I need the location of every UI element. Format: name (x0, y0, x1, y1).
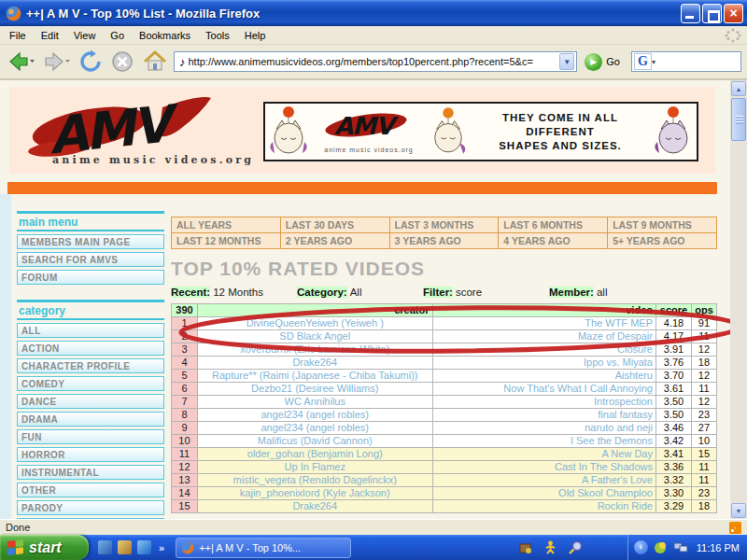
category-item-character-profile[interactable]: CHARACTER PROFILE (17, 358, 164, 373)
category-item-comedy[interactable]: COMEDY (17, 376, 164, 391)
quicklaunch-overflow-icon[interactable]: » (159, 542, 164, 553)
google-search-input[interactable] (655, 55, 740, 69)
cell-creator[interactable]: mistic_vegeta (Renaldo Dagelinckx) (197, 474, 432, 487)
google-search-box[interactable]: G ▾ (631, 51, 741, 72)
cell-creator[interactable]: Up In Flamez (197, 461, 432, 474)
url-bar[interactable]: ♪ ▼ (174, 51, 577, 72)
cell-creator[interactable]: WC Annihilus (197, 396, 432, 409)
search-magnifier-icon[interactable] (569, 540, 584, 554)
tray-messenger-icon[interactable] (654, 540, 668, 554)
time-filter-last-3-months[interactable]: LAST 3 MONTHS (389, 217, 499, 233)
cell-video[interactable]: I See the Demons (432, 435, 655, 448)
cell-video[interactable]: Maze of Despair (432, 330, 655, 343)
cell-creator[interactable]: Rapture** (Raimi (Japanese - Chiba Takum… (197, 370, 432, 383)
category-item-action[interactable]: ACTION (17, 341, 164, 356)
scroll-down-button[interactable]: ▼ (731, 503, 746, 518)
cell-video[interactable]: Now That's What I Call Annoying (432, 383, 655, 396)
tray-collapse-icon[interactable]: ‹ (634, 540, 648, 554)
sidebar-item-search-for-amvs[interactable]: SEARCH FOR AMVS (17, 252, 164, 267)
time-filter-last-30-days[interactable]: LAST 30 DAYS (280, 217, 389, 233)
menu-view[interactable]: View (66, 27, 104, 44)
cell-creator[interactable]: Drake264 (197, 357, 432, 370)
category-item-romance[interactable]: ROMANCE (17, 518, 164, 519)
time-filter-5+-years-ago[interactable]: 5+ YEARS AGO (608, 233, 717, 249)
cell-creator[interactable]: angel234 (angel robles) (197, 422, 432, 435)
category-item-parody[interactable]: PARODY (17, 500, 164, 515)
time-filter-last-6-months[interactable]: LAST 6 MONTHS (499, 217, 608, 233)
sidebar-item-forum[interactable]: FORUM (17, 270, 164, 285)
tray-network-icon[interactable] (673, 541, 688, 554)
home-button[interactable] (140, 48, 170, 76)
quicklaunch-icon-3[interactable] (137, 540, 151, 554)
cell-creator[interactable]: Dezbo21 (Desiree Williams) (197, 383, 432, 396)
reload-button[interactable] (77, 48, 105, 76)
amv-logo[interactable]: AMV anime music videos.org (22, 91, 256, 171)
cell-creator[interactable]: angel234 (angel robles) (197, 409, 432, 422)
menu-file[interactable]: File (2, 27, 34, 44)
cell-creator[interactable]: kajin_phoenixlord (Kyle Jackson) (197, 487, 432, 500)
quicklaunch-icon-1[interactable] (98, 540, 112, 554)
category-item-all[interactable]: ALL (17, 323, 164, 338)
time-filter-all-years[interactable]: ALL YEARS (172, 217, 281, 233)
category-item-instrumental[interactable]: INSTRUMENTAL (17, 465, 164, 480)
cell-video[interactable]: Cast In The Shadows (432, 461, 655, 474)
package-icon[interactable] (518, 540, 532, 554)
go-label[interactable]: Go (606, 56, 620, 67)
col-header-video[interactable]: video (432, 304, 655, 317)
time-filter-3-years-ago[interactable]: 3 YEARS AGO (389, 233, 499, 249)
time-filter-4-years-ago[interactable]: 4 YEARS AGO (499, 233, 608, 249)
menu-bookmarks[interactable]: Bookmarks (132, 27, 198, 44)
start-button[interactable]: start (0, 535, 89, 560)
menu-tools[interactable]: Tools (198, 27, 237, 44)
cell-creator[interactable]: DivineQueenYeiweh (Yeiweh ) (197, 317, 432, 330)
cell-video[interactable]: A Father's Love (432, 474, 655, 487)
cell-video[interactable]: Introspection (432, 396, 655, 409)
cell-creator[interactable]: Drake264 (197, 500, 432, 513)
col-header-ops[interactable]: ops (691, 304, 716, 317)
restore-button[interactable] (702, 4, 722, 23)
col-header-creator[interactable]: creator (197, 304, 432, 317)
col-header-score[interactable]: score (655, 304, 691, 317)
cell-video[interactable]: Rockin Ride (432, 500, 655, 513)
cell-video[interactable]: A New Day (432, 448, 655, 461)
taskbar-clock[interactable]: 11:16 PM (697, 542, 740, 553)
quicklaunch-icon-2[interactable] (118, 540, 132, 554)
category-item-drama[interactable]: DRAMA (17, 412, 164, 427)
time-filter-last-12-months[interactable]: LAST 12 MONTHS (172, 233, 281, 249)
cell-creator[interactable]: SD Black Angel (197, 330, 432, 343)
category-item-horror[interactable]: HORROR (17, 447, 164, 462)
close-button[interactable]: × (724, 4, 743, 23)
menu-help[interactable]: Help (237, 27, 274, 44)
back-button[interactable] (6, 48, 37, 76)
rss-feed-icon[interactable] (729, 522, 741, 534)
cell-video[interactable]: final fantasy (432, 409, 655, 422)
category-item-fun[interactable]: FUN (17, 429, 164, 444)
go-button[interactable]: ▶ (585, 53, 602, 71)
vertical-scrollbar[interactable]: ▲ ▼ (730, 80, 747, 519)
scrollbar-thumb[interactable] (731, 98, 746, 141)
cell-creator[interactable]: Malificus (David Cannon) (197, 435, 432, 448)
menu-edit[interactable]: Edit (34, 27, 66, 44)
cell-video[interactable]: Old Skool Champloo (432, 487, 655, 500)
cell-video[interactable]: The WTF MEP (432, 317, 655, 330)
url-dropdown-button[interactable]: ▼ (559, 53, 574, 70)
time-filter-last-9-months[interactable]: LAST 9 MONTHS (608, 217, 717, 233)
time-filter-2-years-ago[interactable]: 2 YEARS AGO (280, 233, 389, 249)
url-input[interactable] (189, 56, 560, 67)
scroll-up-button[interactable]: ▲ (731, 81, 746, 96)
aim-running-man-icon[interactable] (544, 540, 557, 554)
cell-video[interactable]: Ippo vs. Miyata (432, 357, 655, 370)
cell-video[interactable]: Closure (432, 343, 655, 357)
taskbar-task-firefox[interactable]: ++| A M V - Top 10%... (176, 538, 351, 558)
cell-creator[interactable]: xoverburnx (Eric Lamison-White) (197, 343, 432, 357)
category-item-other[interactable]: OTHER (17, 483, 164, 497)
cell-video[interactable]: naruto and neji (432, 422, 655, 435)
category-item-dance[interactable]: DANCE (17, 394, 164, 409)
menu-go[interactable]: Go (103, 27, 132, 44)
cell-creator[interactable]: older_gohan (Benjamin Long) (197, 448, 432, 461)
sidebar-item-members-main-page[interactable]: MEMBERS MAIN PAGE (17, 234, 164, 249)
cell-video[interactable]: Aishteru (432, 370, 655, 383)
banner-ad[interactable]: AMV anime music videos.org THEY COME IN … (263, 102, 698, 161)
forward-button[interactable] (41, 48, 73, 76)
stop-button[interactable] (108, 48, 136, 76)
